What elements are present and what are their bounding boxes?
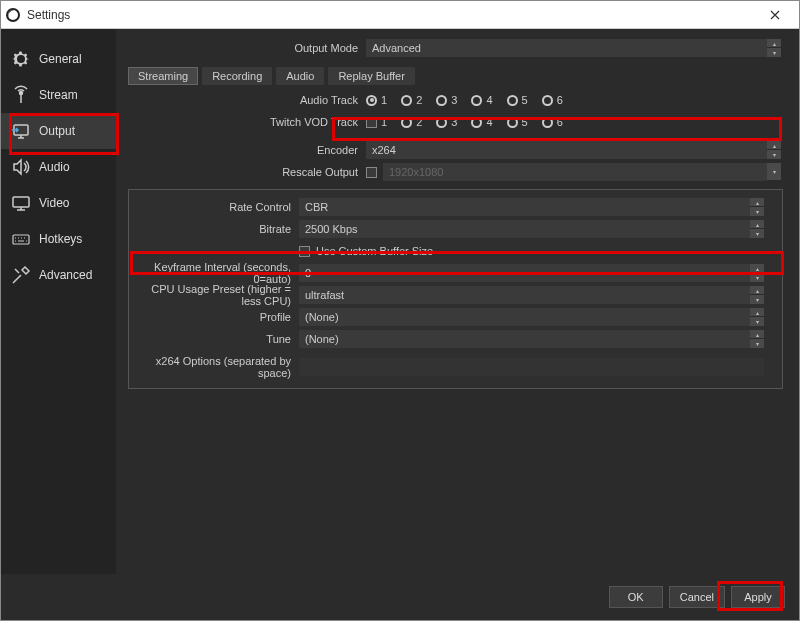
x264-options-input[interactable] [299,358,764,376]
bitrate-input[interactable]: 2500 Kbps▴▾ [299,220,764,238]
radio-icon[interactable] [401,95,412,106]
sidebar-item-label: Advanced [39,268,92,282]
tab-audio[interactable]: Audio [276,67,324,85]
cpu-preset-label: CPU Usage Preset (higher = less CPU) [129,283,299,307]
svg-rect-5 [13,235,29,244]
speaker-icon [11,157,31,177]
custom-buffer-label: Use Custom Buffer Size [316,245,433,257]
radio-icon[interactable] [366,95,377,106]
checkbox-icon[interactable] [366,117,377,128]
sidebar-item-stream[interactable]: Stream [1,77,116,113]
output-tabs: Streaming Recording Audio Replay Buffer [128,67,799,85]
dropdown-spinner-icon[interactable]: ▴▾ [750,330,764,348]
keyframe-input[interactable]: 0▴▾ [299,264,764,282]
rescale-checkbox[interactable] [366,167,377,178]
dropdown-spinner-icon[interactable]: ▴▾ [750,198,764,216]
radio-icon[interactable] [401,117,412,128]
audio-track-group: 1 2 3 4 5 6 [366,94,573,106]
tune-select[interactable]: (None)▴▾ [299,330,764,348]
vod-track-label: Twitch VOD Track [116,116,366,128]
dropdown-spinner-icon[interactable]: ▴▾ [767,141,781,159]
profile-select[interactable]: (None)▴▾ [299,308,764,326]
number-spinner-icon[interactable]: ▴▾ [750,264,764,282]
sidebar-item-hotkeys[interactable]: Hotkeys [1,221,116,257]
window-title: Settings [27,8,755,22]
radio-icon[interactable] [436,117,447,128]
output-mode-label: Output Mode [116,42,366,54]
sidebar-item-output[interactable]: Output [1,113,116,149]
sidebar-item-label: Stream [39,88,78,102]
tune-label: Tune [129,333,299,345]
monitor-arrow-icon [11,121,31,141]
sidebar-item-label: Video [39,196,69,210]
vod-track-group: 1 2 3 4 5 6 [366,116,573,128]
sidebar-item-advanced[interactable]: Advanced [1,257,116,293]
profile-label: Profile [129,311,299,323]
dropdown-spinner-icon[interactable]: ▴▾ [767,39,781,57]
sidebar-item-audio[interactable]: Audio [1,149,116,185]
number-spinner-icon[interactable]: ▴▾ [750,220,764,238]
keyboard-icon [11,229,31,249]
tab-streaming[interactable]: Streaming [128,67,198,85]
output-mode-select[interactable]: Advanced ▴▾ [366,39,781,57]
encoder-settings-panel: Rate Control CBR▴▾ Bitrate 2500 Kbps▴▾ U… [128,189,783,389]
ok-button[interactable]: OK [609,586,663,608]
dropdown-spinner-icon[interactable]: ▴▾ [750,308,764,326]
footer: OK Cancel Apply [1,574,799,620]
keyframe-label: Keyframe Interval (seconds, 0=auto) [129,261,299,285]
radio-icon[interactable] [471,117,482,128]
rescale-input[interactable]: 1920x1080 ▾ [383,163,781,181]
rate-control-select[interactable]: CBR▴▾ [299,198,764,216]
sidebar-item-label: General [39,52,82,66]
custom-buffer-checkbox[interactable] [299,246,310,257]
bitrate-label: Bitrate [129,223,299,235]
radio-icon[interactable] [542,117,553,128]
x264-options-label: x264 Options (separated by space) [129,355,299,379]
apply-button[interactable]: Apply [731,586,785,608]
obs-logo-icon [5,7,21,23]
gear-icon [11,49,31,69]
encoder-label: Encoder [116,144,366,156]
sidebar-item-label: Audio [39,160,70,174]
cpu-preset-select[interactable]: ultrafast▴▾ [299,286,764,304]
tab-recording[interactable]: Recording [202,67,272,85]
dropdown-spinner-icon[interactable]: ▴▾ [750,286,764,304]
sidebar: General Stream Output Audio Video Hotkey… [1,29,116,574]
sidebar-item-general[interactable]: General [1,41,116,77]
radio-icon[interactable] [507,95,518,106]
main-content: Output Mode Advanced ▴▾ Streaming Record… [116,29,799,574]
rescale-label: Rescale Output [116,166,366,178]
titlebar: Settings [1,1,799,29]
antenna-icon [11,85,31,105]
settings-window: Settings General Stream Output Audio [0,0,800,621]
encoder-select[interactable]: x264 ▴▾ [366,141,781,159]
close-button[interactable] [755,2,795,28]
tools-icon [11,265,31,285]
radio-icon[interactable] [507,117,518,128]
sidebar-item-video[interactable]: Video [1,185,116,221]
radio-icon[interactable] [471,95,482,106]
svg-point-2 [20,92,23,95]
audio-track-label: Audio Track [116,94,366,106]
radio-icon[interactable] [436,95,447,106]
monitor-icon [11,193,31,213]
dropdown-spinner-icon[interactable]: ▾ [767,163,781,181]
rate-control-label: Rate Control [129,201,299,213]
radio-icon[interactable] [542,95,553,106]
cancel-button[interactable]: Cancel [669,586,725,608]
svg-rect-4 [13,197,29,207]
sidebar-item-label: Output [39,124,75,138]
tab-replay-buffer[interactable]: Replay Buffer [328,67,414,85]
sidebar-item-label: Hotkeys [39,232,82,246]
